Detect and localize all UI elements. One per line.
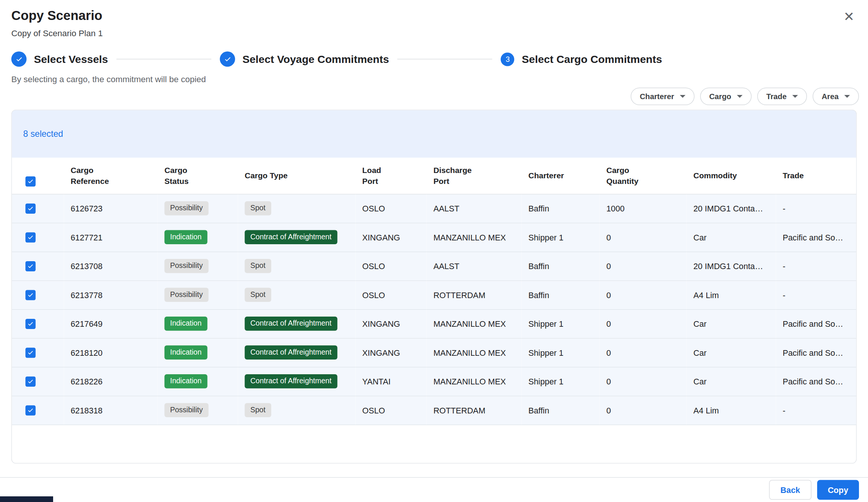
- chevron-down-icon: [844, 95, 850, 98]
- back-button[interactable]: Back: [769, 480, 811, 500]
- step-label: Select Cargo Commitments: [522, 53, 662, 65]
- cell-cargo-quantity: 0: [600, 338, 687, 367]
- cell-charterer: Baffin: [522, 252, 600, 281]
- modal-subtitle: Copy of Scenario Plan 1: [11, 28, 103, 38]
- cargo-status-badge: Possibility: [165, 288, 209, 302]
- filter-label: Area: [822, 92, 839, 101]
- table-header-row: Cargo Reference Cargo Status Cargo Type …: [12, 158, 857, 194]
- stepper: Select Vessels Select Voyage Commitments…: [0, 52, 868, 67]
- copy-button[interactable]: Copy: [817, 480, 859, 500]
- cargo-commitments-table-card: 8 selected Cargo Reference Cargo Status …: [11, 110, 857, 464]
- cargo-status-badge: Possibility: [165, 202, 209, 215]
- cell-cargo-reference: 6213778: [64, 280, 158, 309]
- column-header-cargo-quantity: Cargo Quantity: [600, 158, 687, 194]
- cell-cargo-quantity: 0: [600, 309, 687, 338]
- cargo-type-badge: Spot: [245, 403, 271, 417]
- chevron-down-icon: [680, 95, 685, 98]
- cell-cargo-reference: 6217649: [64, 309, 158, 338]
- row-checkbox[interactable]: [26, 376, 36, 386]
- row-checkbox[interactable]: [26, 318, 36, 329]
- cell-commodity: A4 Lim: [687, 280, 776, 309]
- modal-footer: Back Copy: [0, 477, 868, 502]
- table-row: 6213708PossibilitySpotOSLOAALSTBaffin020…: [12, 252, 857, 281]
- row-checkbox[interactable]: [26, 203, 36, 213]
- step-number-badge: 3: [501, 52, 515, 66]
- page-title: Copy Scenario: [11, 8, 103, 23]
- filter-cargo-dropdown[interactable]: Cargo: [700, 88, 752, 106]
- step-label: Select Voyage Commitments: [243, 53, 389, 65]
- table-row: 6127721IndicationContract of Affreightme…: [12, 223, 857, 252]
- cell-trade: Pacific and So…: [776, 309, 857, 338]
- table-row: 6126723PossibilitySpotOSLOAALSTBaffin100…: [12, 194, 857, 223]
- cargo-type-badge: Spot: [245, 288, 271, 302]
- step-completed-check-icon: [220, 52, 235, 67]
- table-row: 6213778PossibilitySpotOSLOROTTERDAMBaffi…: [12, 280, 857, 309]
- cell-trade: -: [776, 252, 857, 281]
- step-hint-text: By selecting a cargo, the commitment wil…: [0, 74, 868, 84]
- cargo-status-badge: Indication: [165, 346, 207, 359]
- cargo-type-badge: Contract of Affreightment: [245, 375, 337, 388]
- cargo-type-badge: Contract of Affreightment: [245, 230, 337, 244]
- copy-scenario-modal: Copy Scenario Copy of Scenario Plan 1 ✕ …: [0, 0, 868, 502]
- cell-charterer: Baffin: [522, 280, 600, 309]
- filter-area-dropdown[interactable]: Area: [813, 88, 859, 106]
- cell-trade: Pacific and So…: [776, 223, 857, 252]
- cell-charterer: Shipper 1: [522, 309, 600, 338]
- cell-commodity: Car: [687, 223, 776, 252]
- cell-discharge-port: AALST: [427, 252, 522, 281]
- close-icon[interactable]: ✕: [840, 8, 858, 26]
- filter-charterer-dropdown[interactable]: Charterer: [631, 88, 694, 106]
- cell-trade: -: [776, 194, 857, 223]
- cell-load-port: YANTAI: [356, 367, 427, 396]
- cell-discharge-port: ROTTERDAM: [427, 280, 522, 309]
- cell-charterer: Baffin: [522, 194, 600, 223]
- column-header-trade: Trade: [776, 158, 857, 194]
- cargo-status-badge: Indication: [165, 317, 207, 331]
- cell-cargo-quantity: 0: [600, 223, 687, 252]
- cell-discharge-port: MANZANILLO MEX: [427, 338, 522, 367]
- cell-cargo-quantity: 0: [600, 280, 687, 309]
- cell-discharge-port: MANZANILLO MEX: [427, 367, 522, 396]
- column-header-load-port: Load Port: [356, 158, 427, 194]
- cell-commodity: Car: [687, 367, 776, 396]
- cell-discharge-port: ROTTERDAM: [427, 396, 522, 425]
- selection-summary-bar: 8 selected: [12, 110, 856, 158]
- filter-trade-dropdown[interactable]: Trade: [757, 88, 807, 106]
- step-select-cargo-commitments[interactable]: 3 Select Cargo Commitments: [501, 52, 662, 66]
- cell-trade: -: [776, 396, 857, 425]
- row-checkbox[interactable]: [26, 261, 36, 271]
- row-checkbox[interactable]: [26, 290, 36, 300]
- cell-cargo-quantity: 0: [600, 367, 687, 396]
- row-checkbox[interactable]: [26, 405, 36, 415]
- cargo-status-badge: Indication: [165, 375, 207, 388]
- cargo-type-badge: Spot: [245, 259, 271, 273]
- cell-trade: -: [776, 280, 857, 309]
- step-select-vessels[interactable]: Select Vessels: [11, 52, 108, 67]
- cell-trade: Pacific and So…: [776, 367, 857, 396]
- cell-charterer: Shipper 1: [522, 338, 600, 367]
- cell-cargo-reference: 6126723: [64, 194, 158, 223]
- cell-cargo-quantity: 1000: [600, 194, 687, 223]
- cell-cargo-reference: 6218318: [64, 396, 158, 425]
- row-checkbox[interactable]: [26, 232, 36, 242]
- step-connector: [116, 59, 211, 60]
- cell-load-port: XINGANG: [356, 309, 427, 338]
- column-header-commodity: Commodity: [687, 158, 776, 194]
- column-header-discharge-port: Discharge Port: [427, 158, 522, 194]
- cargo-type-badge: Spot: [245, 202, 271, 215]
- table-body: 6126723PossibilitySpotOSLOAALSTBaffin100…: [12, 194, 857, 425]
- cell-commodity: 20 IMDG1 Conta…: [687, 252, 776, 281]
- table-row: 6217649IndicationContract of Affreightme…: [12, 309, 857, 338]
- select-all-checkbox[interactable]: [26, 176, 36, 187]
- cell-load-port: OSLO: [356, 194, 427, 223]
- cell-commodity: Car: [687, 309, 776, 338]
- filter-label: Cargo: [709, 92, 731, 101]
- selected-count: 8 selected: [23, 129, 63, 139]
- cargo-commitments-table: Cargo Reference Cargo Status Cargo Type …: [12, 158, 857, 425]
- row-checkbox[interactable]: [26, 347, 36, 358]
- step-select-voyage-commitments[interactable]: Select Voyage Commitments: [220, 52, 389, 67]
- table-row: 6218226IndicationContract of Affreightme…: [12, 367, 857, 396]
- chevron-down-icon: [737, 95, 743, 98]
- cell-load-port: OSLO: [356, 252, 427, 281]
- column-header-cargo-type: Cargo Type: [238, 158, 356, 194]
